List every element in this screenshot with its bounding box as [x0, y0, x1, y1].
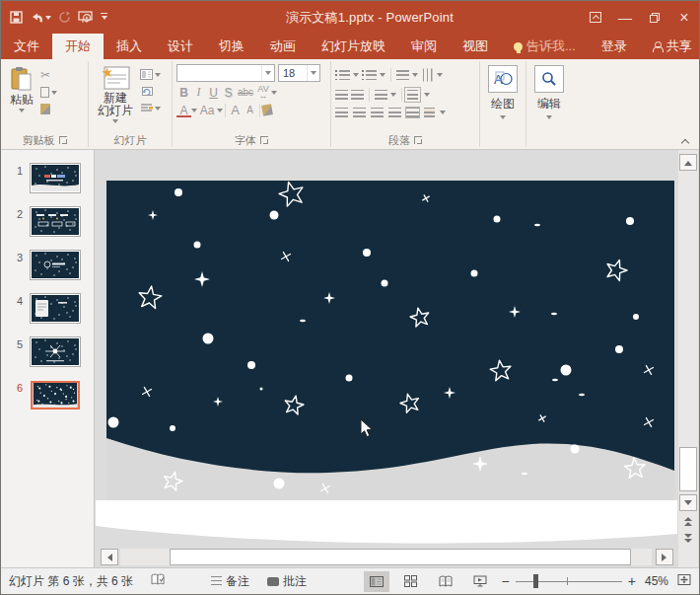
tab-share[interactable]: 共享	[640, 34, 700, 59]
columns-icon[interactable]	[375, 90, 387, 100]
decrease-font-button[interactable]: A	[243, 105, 257, 115]
tab-review[interactable]: 审阅	[398, 34, 450, 59]
slide-canvas[interactable]	[106, 181, 674, 500]
align-center-icon[interactable]	[353, 108, 366, 117]
decrease-indent-icon[interactable]	[335, 90, 348, 100]
horizontal-scrollbar[interactable]	[95, 549, 677, 565]
change-case-caret[interactable]	[217, 109, 223, 115]
next-slide-button[interactable]	[679, 530, 697, 547]
drawing-button[interactable]: A	[488, 65, 518, 93]
drawing-dropdown-caret[interactable]	[500, 115, 506, 122]
slide-sorter-view-button[interactable]	[398, 571, 424, 592]
normal-view-button[interactable]	[364, 571, 389, 592]
slide-thumbnail-2[interactable]	[31, 207, 80, 236]
justify-icon[interactable]	[388, 108, 401, 117]
undo-button[interactable]	[30, 12, 51, 24]
increase-font-button[interactable]: A	[228, 103, 243, 117]
ribbon-display-options-button[interactable]	[581, 1, 610, 34]
horizontal-scroll-thumb[interactable]	[170, 549, 631, 565]
tab-animations[interactable]: 动画	[257, 34, 309, 59]
undo-dropdown-caret[interactable]	[45, 16, 51, 23]
clipboard-dialog-launcher[interactable]	[59, 136, 67, 144]
align-text-icon[interactable]	[407, 90, 418, 100]
tab-slideshow[interactable]: 幻灯片放映	[309, 34, 398, 59]
tab-signin[interactable]: 登录	[589, 34, 640, 59]
vertical-scroll-thumb[interactable]	[679, 447, 697, 491]
bold-button[interactable]: B	[176, 86, 191, 100]
text-direction-icon[interactable]	[423, 69, 433, 82]
new-slide-dropdown-caret[interactable]	[112, 119, 118, 126]
scroll-up-button[interactable]	[679, 154, 697, 171]
add-remove-columns-icon[interactable]	[406, 108, 419, 117]
align-left-icon[interactable]	[335, 108, 348, 117]
new-slide-button[interactable]: 新建幻灯片	[93, 62, 138, 131]
tab-view[interactable]: 视图	[450, 34, 501, 59]
spacing-dropdown-caret[interactable]	[271, 91, 277, 98]
slide-thumbnail-3[interactable]	[31, 251, 80, 279]
vertical-scrollbar[interactable]	[678, 150, 698, 567]
reset-button[interactable]	[140, 86, 161, 97]
tab-design[interactable]: 设计	[155, 34, 206, 59]
tab-insert[interactable]: 插入	[104, 34, 155, 59]
zoom-slider[interactable]	[516, 574, 622, 588]
tab-file[interactable]: 文件	[1, 34, 52, 59]
section-button[interactable]	[140, 103, 161, 113]
zoom-out-button[interactable]: −	[502, 576, 510, 586]
font-color-button[interactable]: A	[176, 104, 191, 117]
smartart-icon[interactable]	[424, 108, 435, 117]
bullets-icon[interactable]	[335, 70, 350, 80]
scroll-left-button[interactable]	[101, 549, 118, 565]
tab-transitions[interactable]: 切换	[206, 34, 257, 59]
zoom-percentage[interactable]: 45%	[645, 574, 668, 588]
collapse-ribbon-button[interactable]	[681, 137, 689, 145]
tab-tellme[interactable]: 告诉我...	[501, 34, 589, 59]
comments-button[interactable]: 批注	[267, 573, 307, 590]
numbering-icon[interactable]	[362, 70, 377, 80]
format-painter-icon[interactable]	[40, 104, 50, 114]
underline-button[interactable]: U	[206, 86, 221, 100]
paragraph-dialog-launcher[interactable]	[414, 136, 422, 144]
slide-thumbnail-5[interactable]	[31, 337, 80, 366]
font-size-combobox[interactable]: 18	[278, 64, 320, 82]
copy-button[interactable]	[40, 87, 57, 98]
slides-group: 新建幻灯片 幻灯片	[89, 59, 172, 149]
start-slideshow-icon[interactable]	[78, 11, 94, 24]
minimize-button[interactable]: —	[610, 1, 640, 34]
previous-slide-button[interactable]	[679, 513, 697, 530]
layout-button[interactable]	[140, 69, 161, 80]
paste-dropdown-caret[interactable]	[19, 109, 25, 115]
line-spacing-icon[interactable]	[396, 70, 409, 80]
clear-formatting-icon[interactable]	[261, 104, 273, 116]
strikethrough-button[interactable]: abc	[236, 87, 255, 98]
close-button[interactable]: ×	[669, 1, 699, 34]
paste-button[interactable]: 粘贴	[5, 62, 38, 131]
slide-thumbnail-6[interactable]	[31, 381, 80, 409]
maximize-button[interactable]	[640, 1, 669, 34]
scroll-right-button[interactable]	[656, 549, 673, 565]
font-name-combobox[interactable]	[176, 64, 275, 82]
redo-icon[interactable]	[58, 11, 71, 24]
italic-button[interactable]: I	[191, 85, 206, 100]
zoom-slider-thumb[interactable]	[533, 574, 538, 588]
zoom-in-button[interactable]: +	[628, 576, 636, 586]
slide-thumbnail-1[interactable]	[31, 164, 80, 192]
font-dialog-launcher[interactable]	[260, 136, 268, 144]
spellcheck-icon[interactable]	[151, 573, 166, 589]
fit-slide-to-window-button[interactable]	[677, 573, 691, 589]
scroll-down-button[interactable]	[679, 494, 697, 511]
align-right-icon[interactable]	[371, 108, 384, 117]
notes-button[interactable]: 备注	[211, 573, 249, 590]
customize-qat-caret[interactable]	[101, 13, 107, 23]
tab-home[interactable]: 开始	[52, 34, 104, 59]
save-icon[interactable]	[10, 11, 23, 24]
editing-button[interactable]	[534, 65, 564, 93]
character-spacing-button[interactable]: AV↔	[255, 86, 271, 100]
increase-indent-icon[interactable]	[351, 90, 364, 100]
cut-icon[interactable]: ✂	[40, 69, 57, 81]
editing-dropdown-caret[interactable]	[546, 115, 552, 122]
slideshow-view-button[interactable]	[467, 571, 493, 592]
reading-view-button[interactable]	[433, 571, 458, 592]
slide-thumbnail-4[interactable]	[31, 294, 80, 323]
change-case-button[interactable]: Aa	[197, 104, 217, 117]
text-shadow-button[interactable]: S	[221, 86, 236, 100]
